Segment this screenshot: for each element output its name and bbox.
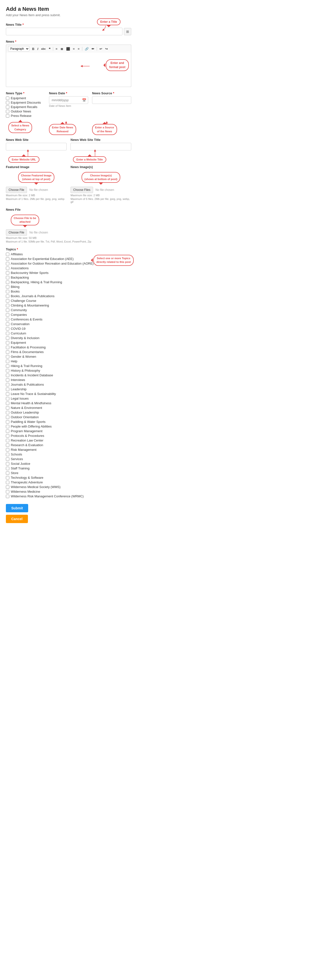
blockquote-button[interactable]: ❝ bbox=[48, 46, 52, 51]
topics-checkbox-5[interactable] bbox=[6, 276, 9, 279]
topics-checkbox-32[interactable] bbox=[6, 402, 9, 405]
topics-checkbox-52[interactable] bbox=[6, 495, 9, 498]
topics-checkbox-28[interactable] bbox=[6, 383, 9, 387]
topics-checkbox-4[interactable] bbox=[6, 271, 9, 275]
topics-checkbox-25[interactable] bbox=[6, 369, 9, 372]
topics-checkbox-3[interactable] bbox=[6, 267, 9, 270]
cancel-button[interactable]: Cancel bbox=[6, 515, 28, 523]
news-file-btn[interactable]: Choose File bbox=[6, 229, 27, 236]
topics-checkbox-44[interactable] bbox=[6, 457, 9, 461]
topics-item: Research & Evaluation bbox=[6, 443, 131, 447]
news-type-press[interactable] bbox=[6, 114, 9, 118]
news-date-callout: Enter Date NewsReleased bbox=[49, 124, 76, 135]
title-icon-button[interactable]: ⊞ bbox=[124, 28, 131, 35]
topics-checkbox-22[interactable] bbox=[6, 355, 9, 358]
news-images-no-file: No file chosen bbox=[95, 188, 114, 192]
date-hint: Date of News Item bbox=[49, 104, 88, 107]
align-center-button[interactable]: ≡ bbox=[72, 46, 76, 51]
topics-checkbox-18[interactable] bbox=[6, 336, 9, 340]
topics-checkbox-51[interactable] bbox=[6, 490, 9, 493]
news-website-input[interactable] bbox=[6, 143, 67, 150]
news-source-input[interactable] bbox=[92, 96, 131, 104]
topics-checkbox-2[interactable] bbox=[6, 262, 9, 265]
unlink-button[interactable]: ✏ bbox=[90, 46, 95, 51]
news-type-group: News Type * Equipment Equipment Discount… bbox=[6, 91, 45, 118]
paragraph-select[interactable]: Paragraph bbox=[8, 46, 29, 51]
topics-checkbox-12[interactable] bbox=[6, 309, 9, 312]
topics-checkbox-39[interactable] bbox=[6, 434, 9, 438]
submit-button[interactable]: Submit bbox=[6, 504, 28, 512]
topics-checkbox-10[interactable] bbox=[6, 299, 9, 302]
topics-checkbox-14[interactable] bbox=[6, 318, 9, 321]
topics-checkbox-38[interactable] bbox=[6, 430, 9, 433]
topics-checkbox-29[interactable] bbox=[6, 388, 9, 391]
bold-button[interactable]: B bbox=[31, 46, 35, 51]
strikethrough-button[interactable]: abc bbox=[40, 47, 47, 51]
redo-button[interactable]: ↪ bbox=[104, 46, 109, 51]
news-type-equipment[interactable] bbox=[6, 97, 9, 100]
news-date-group: News Date * 📅 Date of News Item Enter Da… bbox=[49, 91, 88, 118]
topics-checkbox-23[interactable] bbox=[6, 360, 9, 363]
topics-checkbox-31[interactable] bbox=[6, 397, 9, 400]
topics-item: Wilderness Risk Management Conference (W… bbox=[6, 495, 131, 498]
topics-checkbox-1[interactable] bbox=[6, 257, 9, 261]
featured-image-callout: Choose Featured Image(shows at top of po… bbox=[18, 172, 55, 183]
topics-checkbox-20[interactable] bbox=[6, 346, 9, 349]
topics-checkbox-7[interactable] bbox=[6, 285, 9, 289]
topics-checkbox-0[interactable] bbox=[6, 253, 9, 256]
featured-image-btn[interactable]: Choose File bbox=[6, 187, 27, 193]
ul-button[interactable]: ≡ bbox=[54, 46, 59, 51]
topics-item: Leadership bbox=[6, 387, 131, 391]
undo-button[interactable]: ↩ bbox=[98, 46, 103, 51]
title-callout: Enter a Title bbox=[97, 18, 120, 25]
website-row: News Web Site Enter Website URL News Web… bbox=[6, 138, 131, 150]
topics-checkbox-41[interactable] bbox=[6, 444, 9, 447]
topics-checkbox-30[interactable] bbox=[6, 392, 9, 396]
topics-checkbox-46[interactable] bbox=[6, 467, 9, 470]
topics-checkbox-35[interactable] bbox=[6, 415, 9, 419]
topics-checkbox-37[interactable] bbox=[6, 425, 9, 428]
news-type-discounts[interactable] bbox=[6, 101, 9, 104]
topics-checkbox-8[interactable] bbox=[6, 290, 9, 293]
news-date-input[interactable] bbox=[49, 96, 88, 104]
align-left-button[interactable]: ⬛ bbox=[65, 46, 71, 51]
topics-checkbox-17[interactable] bbox=[6, 332, 9, 335]
topics-checkbox-16[interactable] bbox=[6, 327, 9, 331]
news-website-title-input[interactable] bbox=[71, 143, 131, 150]
news-title-input[interactable] bbox=[6, 28, 122, 35]
topics-checkbox-27[interactable] bbox=[6, 378, 9, 382]
news-type-outdoor[interactable] bbox=[6, 110, 9, 113]
topics-checkbox-21[interactable] bbox=[6, 350, 9, 354]
topics-checkbox-9[interactable] bbox=[6, 294, 9, 298]
topics-list: AffiliatesAssociation for Experiential E… bbox=[6, 252, 131, 499]
topics-checkbox-33[interactable] bbox=[6, 406, 9, 410]
topics-checkbox-49[interactable] bbox=[6, 481, 9, 484]
topics-checkbox-48[interactable] bbox=[6, 476, 9, 479]
news-type-recalls[interactable] bbox=[6, 105, 9, 109]
news-website-title-group: News Web Site Title Enter a Website Titl… bbox=[71, 138, 131, 150]
ol-button[interactable]: ≣ bbox=[59, 46, 64, 51]
topics-item: COVID-19 bbox=[6, 327, 131, 331]
topics-checkbox-43[interactable] bbox=[6, 453, 9, 456]
topics-checkbox-11[interactable] bbox=[6, 304, 9, 307]
link-button[interactable]: 🔗 bbox=[84, 46, 90, 51]
topics-checkbox-50[interactable] bbox=[6, 485, 9, 489]
topics-checkbox-15[interactable] bbox=[6, 323, 9, 326]
topics-checkbox-47[interactable] bbox=[6, 471, 9, 475]
topics-checkbox-24[interactable] bbox=[6, 364, 9, 368]
topics-checkbox-34[interactable] bbox=[6, 411, 9, 414]
align-right-button[interactable]: ≡ bbox=[76, 46, 81, 51]
italic-button[interactable]: I bbox=[36, 46, 40, 51]
topics-checkbox-6[interactable] bbox=[6, 280, 9, 284]
topics-checkbox-45[interactable] bbox=[6, 462, 9, 466]
topics-checkbox-42[interactable] bbox=[6, 448, 9, 452]
image-section: Featured Image Choose Featured Image(sho… bbox=[6, 165, 131, 204]
news-images-btn[interactable]: Choose Files bbox=[71, 187, 93, 193]
news-file-label: News File bbox=[6, 208, 131, 212]
topics-checkbox-26[interactable] bbox=[6, 374, 9, 377]
topics-checkbox-13[interactable] bbox=[6, 313, 9, 317]
topics-item: Recreation Law Center bbox=[6, 439, 131, 442]
topics-checkbox-36[interactable] bbox=[6, 420, 9, 423]
topics-checkbox-19[interactable] bbox=[6, 341, 9, 344]
topics-checkbox-40[interactable] bbox=[6, 439, 9, 442]
